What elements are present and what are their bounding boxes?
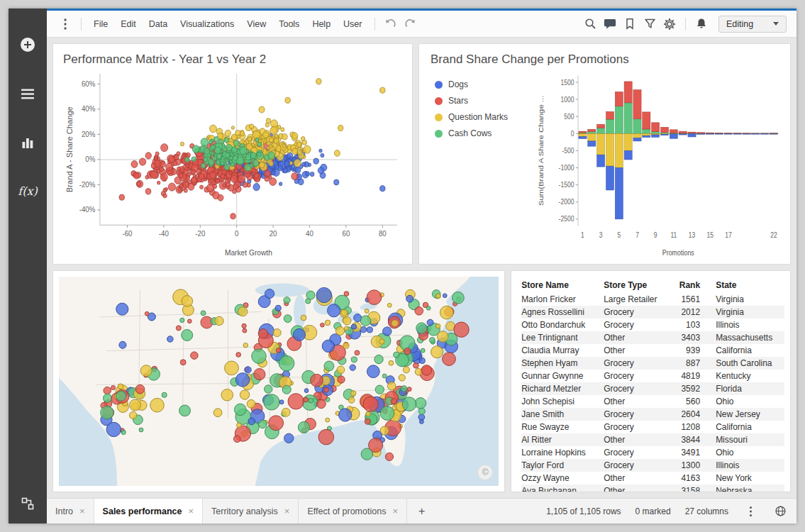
undo-button[interactable] xyxy=(381,15,401,33)
table-cell: 3491 xyxy=(672,446,706,459)
table-row[interactable]: Lorraine HopkinsGrocery3491Ohio xyxy=(521,446,784,459)
column-header-store-name[interactable]: Store Name xyxy=(521,278,604,293)
data-panel-button[interactable] xyxy=(21,88,35,101)
legend-item-dogs[interactable]: Dogs xyxy=(435,79,535,89)
bookmarks-button[interactable] xyxy=(620,15,640,33)
menu-visualizations[interactable]: Visualizations xyxy=(174,16,240,33)
table-row[interactable]: Taylor FordGrocery1300Illinois xyxy=(521,459,784,472)
table-row[interactable]: Ava BuchananOther3158Nebraska xyxy=(521,484,784,492)
search-button[interactable] xyxy=(580,15,600,33)
menu-file[interactable]: File xyxy=(87,16,114,33)
tab-territory-analysis[interactable]: Territory analysis× xyxy=(203,499,299,523)
map-chart[interactable] xyxy=(59,277,499,486)
column-header-state[interactable]: State xyxy=(706,278,784,293)
tab-intro[interactable]: Intro× xyxy=(47,499,94,523)
desktop: f(x) FileEditDataVisualizationsViewTools… xyxy=(0,0,805,532)
menu-help[interactable]: Help xyxy=(306,16,337,33)
table-row[interactable]: Claudia MurrayOther939California xyxy=(521,344,784,357)
collaboration-button[interactable] xyxy=(21,497,35,511)
row-count: 1,105 of 1,105 rows xyxy=(546,506,621,516)
column-header-store-type[interactable]: Store Type xyxy=(604,278,672,293)
menu-tools[interactable]: Tools xyxy=(272,16,306,33)
toolbar: FileEditDataVisualizationsViewToolsHelpU… xyxy=(47,11,796,38)
globe-button[interactable] xyxy=(772,502,788,521)
table-row[interactable]: Rue SwayzeGrocery1208California xyxy=(521,421,784,433)
table-cell: 939 xyxy=(672,344,706,357)
separator xyxy=(685,18,686,31)
undo-icon xyxy=(384,18,396,30)
column-header-rank[interactable]: Rank xyxy=(672,278,706,293)
table-cell: Other xyxy=(604,433,672,446)
table-row[interactable]: Jane SmithGrocery2604New Jersey xyxy=(521,408,784,421)
legend-item-question-marks[interactable]: Question Marks xyxy=(435,112,535,122)
table-cell: Taylor Ford xyxy=(521,459,604,472)
notifications-button[interactable] xyxy=(692,15,711,33)
table-cell: 103 xyxy=(672,318,706,331)
functions-button[interactable]: f(x) xyxy=(18,184,37,198)
filters-button[interactable] xyxy=(640,15,660,33)
main-area: FileEditDataVisualizationsViewToolsHelpU… xyxy=(47,9,796,523)
map-attribution[interactable]: © xyxy=(477,465,493,480)
mode-dropdown[interactable]: Editing xyxy=(718,16,787,33)
table-cell: South Carolina xyxy=(706,357,784,370)
table-row[interactable]: Al RitterOther3844Missouri xyxy=(521,433,784,446)
menu-user[interactable]: User xyxy=(337,16,368,33)
tab-sales-performance[interactable]: Sales performance× xyxy=(94,499,203,523)
tab-close-icon[interactable]: × xyxy=(392,506,398,516)
table-cell: Jane Smith xyxy=(521,408,604,421)
bar-panel: Brand Share Change per Promotions DogsSt… xyxy=(418,43,791,265)
add-page-button[interactable]: + xyxy=(407,499,437,523)
table-row[interactable]: Richard MetzlerGrocery3592Florida xyxy=(521,382,784,395)
kebab-dots-icon xyxy=(63,18,67,31)
tab-effect-of-promotions[interactable]: Effect of promotions× xyxy=(299,499,407,523)
table-cell: 3403 xyxy=(672,331,706,344)
menu-data[interactable]: Data xyxy=(143,16,174,33)
menu-view[interactable]: View xyxy=(240,16,272,33)
table-cell: Ozzy Wayne xyxy=(521,472,604,484)
table-cell: Agnes Rossellini xyxy=(521,306,604,318)
svg-text:9: 9 xyxy=(654,231,657,239)
dashboard-content: Performance Matrix - Year 1 vs Year 2 -6… xyxy=(47,38,796,498)
svg-text:60: 60 xyxy=(342,230,350,238)
comments-button[interactable] xyxy=(600,15,620,33)
table-row[interactable]: Otto BondarchukGrocery103Illinois xyxy=(521,318,784,331)
tab-close-icon[interactable]: × xyxy=(284,506,290,516)
separator xyxy=(81,18,82,31)
settings-button[interactable] xyxy=(660,15,679,33)
redo-button[interactable] xyxy=(401,15,421,33)
table-row[interactable]: Ozzy WayneOther4163New York xyxy=(521,472,784,484)
svg-text:-2500: -2500 xyxy=(559,215,574,223)
table-cell: Massachusetts xyxy=(706,331,784,344)
legend-item-cash-cows[interactable]: Cash Cows xyxy=(435,128,535,138)
menu-edit[interactable]: Edit xyxy=(114,16,143,33)
table-cell: Nebraska xyxy=(706,484,784,492)
kebab-menu-button[interactable] xyxy=(743,502,758,521)
table-cell: Grocery xyxy=(604,408,672,421)
tab-close-icon[interactable]: × xyxy=(79,506,85,516)
table-cell: Otto Bondarchuk xyxy=(521,318,604,331)
table-row[interactable]: Marlon FrickerLarge Retailer1561Virginia xyxy=(521,293,784,306)
table-cell: 4819 xyxy=(672,370,706,382)
svg-text:-40%: -40% xyxy=(79,206,96,214)
table-row[interactable]: Agnes RosselliniGrocery2012Virginia xyxy=(521,306,784,318)
page-tabbar: Intro×Sales performance×Territory analys… xyxy=(47,498,796,523)
bar-title: Brand Share Change per Promotions xyxy=(431,52,783,67)
table-row[interactable]: Gunnar GwynneGrocery4819Kentucky xyxy=(521,370,784,382)
add-button[interactable] xyxy=(20,37,35,52)
legend-label: Stars xyxy=(448,96,468,106)
table-row[interactable]: Lee TrintignantOther3403Massachusetts xyxy=(521,331,784,344)
table-cell: Ohio xyxy=(706,446,784,459)
table-cell: Gunnar Gwynne xyxy=(521,370,604,382)
legend-label: Dogs xyxy=(448,79,468,89)
bar-chart[interactable]: 150010005000-500-1000-1500-2000-25001357… xyxy=(535,68,783,261)
table-cell: Lorraine Hopkins xyxy=(521,446,604,459)
grip-menu-icon[interactable] xyxy=(55,15,75,33)
table-row[interactable]: John SchepisiOther560Ohio xyxy=(521,395,784,408)
scatter-title: Performance Matrix - Year 1 vs Year 2 xyxy=(63,52,405,67)
visualization-types-button[interactable] xyxy=(21,136,35,149)
scatter-chart[interactable]: -60-40-2002040608060%40%20%0%-20%-40%Mar… xyxy=(63,68,405,261)
tab-label: Effect of promotions xyxy=(307,506,386,516)
table-row[interactable]: Stephen HyamGrocery887South Carolina xyxy=(521,357,784,370)
tab-close-icon[interactable]: × xyxy=(188,506,194,516)
legend-item-stars[interactable]: Stars xyxy=(435,96,535,106)
